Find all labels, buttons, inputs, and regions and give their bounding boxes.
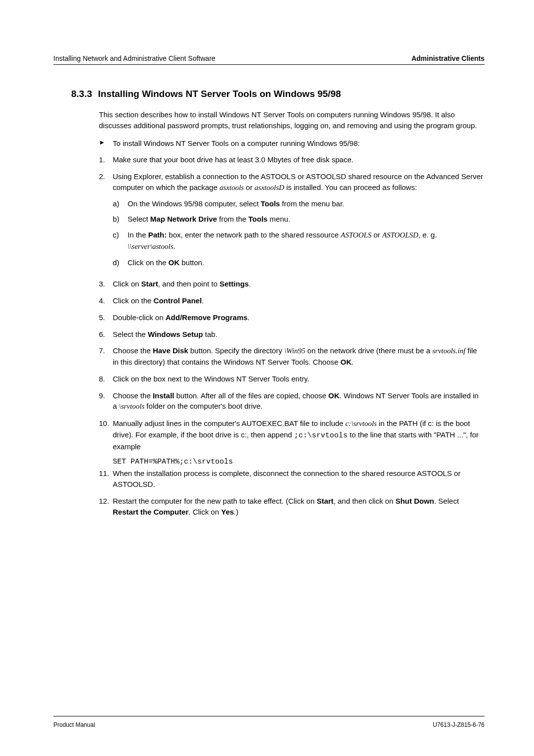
bullet-text: To install Windows NT Server Tools on a … [113,138,360,149]
footer-left: Product Manual [53,721,95,728]
step-marker: 7. [99,345,113,368]
sub-text: Click on the OK button. [128,257,204,268]
sub-text: In the Path: box, enter the network path… [128,230,485,252]
sub-text: On the Windows 95/98 computer, select To… [128,198,344,209]
step-text: Click on the box next to the Windows NT … [113,374,485,384]
step-text: Choose the Have Disk button. Specify the… [113,345,485,368]
step-10: 10. Manually adjust lines in the compute… [71,418,485,452]
sub-text: Select Map Network Drive from the Tools … [128,214,290,225]
content-body: 8.3.3Installing Windows NT Server Tools … [53,89,485,517]
code-example: SET PATH=%PATH%;c:\srvtools [71,458,485,466]
step-marker: 2. [99,171,113,273]
step-5: 5. Double-click on Add/Remove Programs. [71,312,485,323]
footer-line: Product Manual U7613-J-Z815-6-76 [53,721,485,728]
section-title: Installing Windows NT Server Tools on Wi… [98,89,341,99]
step-marker: 9. [99,390,113,413]
step-1: 1. Make sure that your boot drive has at… [71,154,485,165]
footer-rule [53,716,485,716]
step-marker: 4. [99,295,113,306]
step-2c: c) In the Path: box, enter the network p… [113,230,485,252]
step-marker: 6. [99,329,113,340]
step-2d: d) Click on the OK button. [113,257,485,268]
step-text: Click on the Control Panel. [113,295,485,306]
sub-marker: c) [113,230,128,252]
triangle-bullet-icon: ► [99,138,113,149]
step-marker: 10. [99,418,113,452]
step-2: 2. Using Explorer, establish a connectio… [71,171,485,273]
step-6: 6. Select the Windows Setup tab. [71,329,485,340]
step-marker: 11. [99,468,113,490]
step-8: 8. Click on the box next to the Windows … [71,374,485,384]
step-text: Select the Windows Setup tab. [113,329,485,340]
step-marker: 8. [99,374,113,384]
sub-marker: b) [113,214,128,225]
step-text: Make sure that your boot drive has at le… [113,154,485,165]
step-marker: 1. [99,154,113,165]
step-text: Restart the computer for the new path to… [113,496,485,518]
bullet-instruction: ► To install Windows NT Server Tools on … [71,138,485,149]
step-7: 7. Choose the Have Disk button. Specify … [71,345,485,368]
page-footer: Product Manual U7613-J-Z815-6-76 [53,716,485,728]
intro-paragraph: This section describes how to install Wi… [71,109,485,131]
header-right: Administrative Clients [411,54,485,62]
step-12: 12. Restart the computer for the new pat… [71,496,485,518]
step-marker: 12. [99,496,113,518]
step-marker: 3. [99,279,113,289]
step-2b: b) Select Map Network Drive from the Too… [113,214,485,225]
step-3: 3. Click on Start, and then point to Set… [71,279,485,289]
sub-steps: a) On the Windows 95/98 computer, select… [113,198,485,268]
step-text: When the installation process is complet… [113,468,485,490]
footer-right: U7613-J-Z815-6-76 [433,721,485,728]
section-number: 8.3.3 [71,89,92,99]
sub-marker: a) [113,198,128,209]
header-left: Installing Network and Administrative Cl… [53,54,216,62]
step-text: Manually adjust lines in the computer's … [113,418,485,452]
step-marker: 5. [99,312,113,323]
step-4: 4. Click on the Control Panel. [71,295,485,306]
step-11: 11. When the installation process is com… [71,468,485,490]
step-text: Click on Start, and then point to Settin… [113,279,485,289]
step-text: Using Explorer, establish a connection t… [113,171,485,273]
step-text: Double-click on Add/Remove Programs. [113,312,485,323]
step-9: 9. Choose the Install button. After all … [71,390,485,413]
header-rule [53,64,485,65]
step-text: Choose the Install button. After all of … [113,390,485,413]
sub-marker: d) [113,257,128,268]
section-heading: 8.3.3Installing Windows NT Server Tools … [71,89,485,99]
page-header: Installing Network and Administrative Cl… [53,54,485,62]
step-2a: a) On the Windows 95/98 computer, select… [113,198,485,209]
